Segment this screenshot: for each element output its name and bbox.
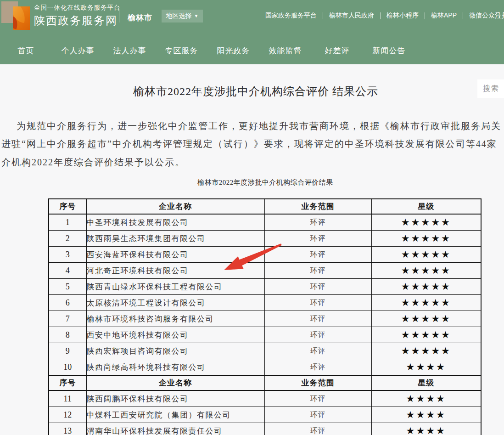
- table-header-row: 序号企业名称业务范围星级: [49, 375, 481, 390]
- cell-business-scope: 环评: [264, 311, 371, 327]
- register-link[interactable]: 注册: [495, 11, 504, 20]
- cell-serial-number: 1: [49, 214, 86, 231]
- header-links: 国家政务服务平台 榆林市人民政府 榆林小程序 榆林APP 微信公众号: [265, 11, 501, 20]
- table-row: 9陕西宏辉项目咨询有限公司环评★★★★★: [49, 343, 481, 359]
- cell-serial-number: 3: [49, 247, 86, 263]
- cell-company-name: 陕西宏辉项目咨询有限公司: [86, 343, 264, 359]
- cell-star-rating: ★★★★★: [371, 327, 481, 343]
- table-header-row: 序号企业名称业务范围星级: [49, 199, 481, 214]
- header-col-company-name: 企业名称: [86, 375, 264, 390]
- cell-business-scope: 环评: [264, 390, 371, 407]
- header-col-star-rating: 星级: [371, 199, 481, 214]
- red-arrow-annotation: [215, 241, 284, 275]
- region-selector-label: 地区选择: [166, 12, 192, 20]
- header-col-star-rating: 星级: [371, 375, 481, 390]
- link-city-government[interactable]: 榆林市人民政府: [329, 11, 374, 20]
- current-city-label: 榆林市: [128, 12, 152, 23]
- cell-serial-number: 13: [49, 423, 86, 435]
- site-header: 全国一体化在线政务服务平台 陕西政务服务网 榆林市 地区选择 ▼ 国家政务服务平…: [0, 0, 504, 37]
- cell-serial-number: 4: [49, 263, 86, 279]
- nav-item-zone[interactable]: 专区服务: [156, 37, 207, 64]
- table-row: 11陕西阔鹏环保科技有限公司环评★★★★: [49, 390, 481, 407]
- nav-item-news[interactable]: 新闻公告: [363, 37, 415, 64]
- link-yulin-app[interactable]: 榆林APP: [431, 11, 457, 20]
- cell-company-name: 渭南华山环保科技发展有限责任公司: [86, 423, 264, 435]
- table-row: 7榆林市环境科技咨询服务有限公司环评★★★★★: [49, 311, 481, 327]
- link-separator: [323, 12, 323, 19]
- header-col-company-name: 企业名称: [86, 199, 264, 214]
- link-separator: [380, 12, 381, 19]
- cell-star-rating: ★★★★★: [371, 263, 481, 279]
- red-arrow-shape: [224, 243, 282, 270]
- region-selector-button[interactable]: 地区选择 ▼: [162, 10, 203, 23]
- cell-business-scope: 环评: [264, 359, 371, 376]
- paragraph-line-3: 介机构2022年度综合评价结果予以公示。: [1, 156, 185, 169]
- cell-serial-number: 12: [49, 407, 86, 423]
- cell-serial-number: 11: [49, 390, 86, 407]
- cell-star-rating: ★★★★: [371, 423, 481, 435]
- link-mini-program[interactable]: 榆林小程序: [386, 11, 419, 20]
- link-national-platform[interactable]: 国家政务服务平台: [265, 11, 317, 20]
- cell-company-name: 陕西阔鹏环保科技有限公司: [86, 390, 264, 407]
- cell-company-name: 榆林市环境科技咨询服务有限公司: [86, 311, 264, 327]
- cell-serial-number: 7: [49, 311, 86, 327]
- cell-star-rating: ★★★★★: [371, 247, 481, 263]
- cell-business-scope: 环评: [264, 407, 371, 423]
- site-logo[interactable]: [1, 1, 30, 30]
- site-name: 陕西政务服务网: [34, 13, 121, 28]
- nav-item-rating[interactable]: 好差评: [311, 37, 363, 64]
- nav-item-transparent[interactable]: 阳光政务: [207, 37, 259, 64]
- page-title: 榆林市2022年度涉批中介机构综合评价 结果公示: [0, 84, 504, 99]
- table-row: 6太原核清环境工程设计有限公司环评★★★★★: [49, 295, 481, 311]
- cell-business-scope: 环评: [264, 423, 371, 435]
- cell-company-name: 陕西青山绿水环保科技工程有限公司: [86, 279, 264, 295]
- cell-company-name: 西安中地环境科技有限公司: [86, 327, 264, 343]
- brand-block: 全国一体化在线政务服务平台 陕西政务服务网: [34, 4, 121, 28]
- header-col-business-scope: 业务范围: [264, 199, 371, 214]
- cell-company-name: 陕西尚绿高科环境科技有限公司: [86, 359, 264, 376]
- cell-star-rating: ★★★★★: [371, 295, 481, 311]
- cell-serial-number: 10: [49, 359, 86, 376]
- cell-serial-number: 2: [49, 231, 86, 247]
- logo-orange-square: [13, 6, 30, 30]
- chevron-down-icon: ▼: [194, 14, 199, 18]
- header-col-business-scope: 业务范围: [264, 375, 371, 390]
- cell-star-rating: ★★★★★: [371, 214, 481, 231]
- cell-serial-number: 6: [49, 295, 86, 311]
- nav-item-home[interactable]: 首页: [0, 37, 52, 64]
- brand-divider: [119, 9, 119, 23]
- table-caption: 榆林市2022年度涉批中介机构综合评价结果: [0, 178, 504, 187]
- cell-star-rating: ★★★★★: [371, 311, 481, 327]
- cell-company-name: 中煤科工西安研究院（集团）有限公司: [86, 407, 264, 423]
- cell-star-rating: ★★★★: [371, 407, 481, 423]
- main-nav: 首页 个人办事 法人办事 专区服务 阳光政务 效能监督 好差评 新闻公告 搜索: [0, 37, 504, 64]
- paragraph-line-1: 为规范中介服务行为，进一步强化中介监管工作，更好地提升我市营商环境，根据《榆林市…: [17, 120, 501, 132]
- table-row: 5陕西青山绿水环保科技工程有限公司环评★★★★★: [49, 279, 481, 295]
- cell-business-scope: 环评: [264, 343, 371, 359]
- cell-star-rating: ★★★★★: [371, 231, 481, 247]
- evaluation-results-table: 序号企业名称业务范围星级1中圣环境科技发展有限公司环评★★★★★2陕西雨昊生态环…: [48, 198, 482, 435]
- paragraph-line-2: 进驻“网上中介服务超市”中介机构考评管理规定（试行）》要求，现将评定的中圣环境科…: [1, 138, 497, 150]
- table-row: 13渭南华山环保科技发展有限责任公司环评★★★★: [49, 423, 481, 435]
- cell-business-scope: 环评: [264, 279, 371, 295]
- nav-item-personal[interactable]: 个人办事: [52, 37, 104, 64]
- table-row: 8西安中地环境科技有限公司环评★★★★★: [49, 327, 481, 343]
- cell-star-rating: ★★★★★: [371, 279, 481, 295]
- cell-serial-number: 5: [49, 279, 86, 295]
- nav-list: 首页 个人办事 法人办事 专区服务 阳光政务 效能监督 好差评 新闻公告: [0, 37, 415, 64]
- cell-company-name: 太原核清环境工程设计有限公司: [86, 295, 264, 311]
- table-row: 10陕西尚绿高科环境科技有限公司环评★★★★: [49, 359, 481, 376]
- cell-star-rating: ★★★★★: [371, 343, 481, 359]
- platform-tagline: 全国一体化在线政务服务平台: [34, 4, 121, 12]
- table-row: 1中圣环境科技发展有限公司环评★★★★★: [49, 214, 481, 231]
- link-separator: [463, 12, 463, 19]
- cell-serial-number: 9: [49, 343, 86, 359]
- cell-business-scope: 环评: [264, 214, 371, 231]
- nav-item-corporate[interactable]: 法人办事: [104, 37, 156, 64]
- cell-serial-number: 8: [49, 327, 86, 343]
- page-viewport: 全国一体化在线政务服务平台 陕西政务服务网 榆林市 地区选择 ▼ 国家政务服务平…: [0, 0, 504, 435]
- cell-star-rating: ★★★★: [371, 359, 481, 376]
- nav-item-supervision[interactable]: 效能监督: [259, 37, 311, 64]
- header-col-no: 序号: [49, 199, 86, 214]
- cell-business-scope: 环评: [264, 295, 371, 311]
